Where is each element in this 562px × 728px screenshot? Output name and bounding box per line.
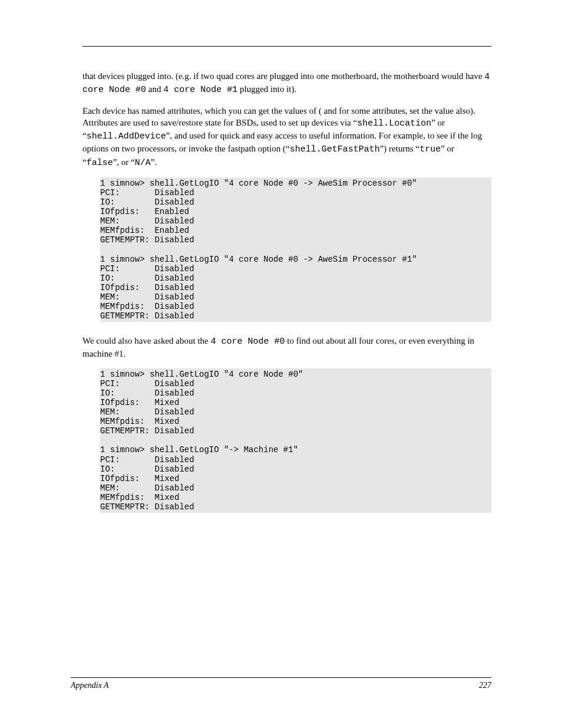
text: ) returns [384,144,415,153]
footer-left: Appendix A [71,680,109,691]
header-rule [82,46,491,47]
inline-code: shell.GetFastPath [290,144,380,154]
text: or [445,144,454,153]
inline-code: N/A [135,158,151,168]
inline-code: true [419,144,441,154]
text: We could also have asked about the [82,336,210,345]
footer-rule [71,677,491,678]
footer-row: Appendix A 227 [71,680,491,691]
text: or [435,118,445,127]
footer: Appendix A 227 [71,677,491,691]
text: and [146,84,163,94]
text: . [154,157,157,167]
page: that devices plugged into. (e.g. if two … [0,0,562,728]
inline-code: 4 core Node #1 [163,85,237,95]
text: that devices plugged into. (e.g. if two … [82,71,484,81]
text: plugged into it). [237,84,296,94]
code-block-2: 1 simnow> shell.GetLogIO "4 core Node #0… [100,368,491,513]
inline-code: shell.Location [357,118,431,129]
footer-page-number: 227 [479,680,491,691]
text: , or [117,157,131,167]
code-block-1: 1 simnow> shell.GetLogIO "4 core Node #0… [100,177,491,322]
paragraph-2: Each device has named attributes, which … [82,105,491,169]
inline-code: shell.AddDevice [87,131,166,141]
inline-code: false [87,158,113,168]
paragraph-1: that devices plugged into. (e.g. if two … [82,70,491,97]
inline-code: 4 core Node #0 [210,337,285,347]
paragraph-3: We could also have asked about the 4 cor… [82,335,491,360]
